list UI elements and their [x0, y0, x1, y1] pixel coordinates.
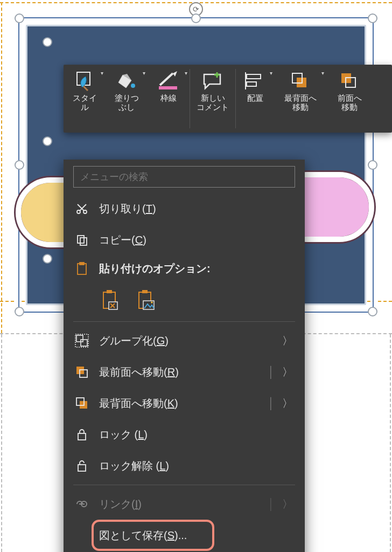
fill-icon	[114, 69, 139, 93]
copy-icon	[73, 233, 90, 246]
split-submenu: │〉	[268, 497, 293, 512]
resize-handle-sw[interactable]	[15, 307, 24, 316]
send-to-back-button[interactable]: ▾ 最背面へ 移動	[275, 65, 326, 133]
split-submenu: │〉	[268, 365, 293, 380]
bring-front-icon	[337, 69, 362, 93]
align-label: 配置	[247, 94, 263, 103]
chevron-down-icon: ▾	[185, 70, 187, 76]
resize-handle-e[interactable]	[368, 160, 377, 170]
svg-point-21	[151, 301, 153, 303]
inner-handle-tl[interactable]	[43, 37, 52, 47]
svg-rect-16	[107, 290, 112, 293]
fill-label: 塗りつ ぶし	[115, 94, 139, 112]
lock-icon	[73, 428, 90, 441]
svg-rect-2	[159, 86, 177, 89]
mini-toolbar: ▾ スタイ ル ▾ 塗りつ ぶし ▾	[64, 65, 392, 133]
save-as-picture-label: 図として保存(S)...	[99, 528, 293, 543]
style-button[interactable]: ▾ スタイ ル	[64, 65, 106, 133]
comment-label: 新しい コメント	[197, 94, 229, 112]
svg-rect-24	[75, 334, 88, 347]
style-label: スタイ ル	[73, 94, 97, 112]
chevron-down-icon: ▾	[101, 70, 103, 76]
send-back-icon	[288, 69, 313, 93]
outline-button[interactable]: ▾ 枠線	[148, 65, 190, 133]
svg-rect-19	[142, 290, 148, 293]
align-button[interactable]: ▾ 配置	[236, 65, 275, 133]
unlock-icon	[73, 459, 90, 472]
context-menu: 切り取り(T) コピー(C) 貼り付けのオプション:	[64, 160, 305, 552]
menu-item-link: リンク(I) │〉	[64, 488, 305, 520]
style-icon	[72, 69, 97, 93]
page-left-guide	[1, 334, 2, 552]
resize-handle-se[interactable]	[368, 307, 377, 316]
resize-handle-n[interactable]	[191, 13, 201, 23]
clipboard-icon	[73, 261, 90, 275]
submenu-arrow: 〉	[282, 334, 293, 348]
svg-rect-27	[80, 401, 87, 409]
bring-front-label: 最前面へ移動(R)	[99, 365, 268, 380]
send-back-label: 最背面へ移動(K)	[99, 396, 268, 411]
cut-label: 切り取り(T)	[99, 202, 293, 216]
outline-icon	[156, 69, 181, 93]
svg-rect-13	[78, 264, 86, 274]
bring-forward-button[interactable]: 前面へ 移動	[326, 65, 373, 133]
menu-item-group[interactable]: グループ化(G) 〉	[64, 325, 305, 356]
svg-rect-23	[81, 340, 87, 346]
menu-item-save-as-picture[interactable]: 図として保存(S)...	[64, 520, 305, 551]
chevron-down-icon: ▾	[270, 70, 272, 76]
comment-icon	[200, 69, 226, 93]
paste-as-picture-button[interactable]	[135, 287, 157, 313]
fill-button[interactable]: ▾ 塗りつ ぶし	[106, 65, 148, 133]
chevron-down-icon: ▾	[321, 70, 324, 76]
link-icon	[73, 499, 90, 509]
send-back-icon	[73, 396, 90, 410]
new-comment-button[interactable]: 新しい コメント	[190, 65, 235, 133]
scissors-icon	[73, 202, 90, 215]
paste-options-row	[64, 281, 305, 318]
menu-search	[73, 166, 295, 188]
page-right-guide	[390, 334, 391, 552]
resize-handle-nw[interactable]	[15, 13, 24, 23]
menu-item-unlock[interactable]: ロック解除 (L)	[64, 450, 305, 481]
menu-separator	[73, 485, 295, 485]
menu-item-paste-options: 貼り付けのオプション:	[64, 256, 305, 281]
inner-handle-bl[interactable]	[43, 254, 52, 264]
group-icon	[73, 334, 90, 348]
copy-label: コピー(C)	[99, 233, 293, 247]
paste-options-label: 貼り付けのオプション:	[99, 261, 293, 276]
menu-item-copy[interactable]: コピー(C)	[64, 224, 305, 256]
svg-rect-22	[76, 335, 83, 342]
unlock-label: ロック解除 (L)	[99, 459, 293, 473]
split-submenu: │〉	[268, 396, 293, 411]
page-margin-left-guide	[1, 2, 2, 333]
inner-handle-ml[interactable]	[43, 136, 52, 146]
bring-front-label: 前面へ 移動	[338, 94, 362, 112]
svg-rect-25	[76, 367, 84, 374]
svg-rect-30	[78, 465, 86, 471]
svg-rect-14	[80, 263, 84, 265]
svg-point-1	[131, 84, 135, 88]
svg-rect-29	[78, 433, 86, 440]
send-back-label: 最背面へ 移動	[284, 94, 317, 112]
menu-item-cut[interactable]: 切り取り(T)	[64, 193, 305, 224]
menu-item-lock[interactable]: ロック (L)	[64, 419, 305, 450]
menu-item-send-back[interactable]: 最背面へ移動(K) │〉	[64, 388, 305, 419]
menu-item-bring-front[interactable]: 最前面へ移動(R) │〉	[64, 356, 305, 388]
link-label: リンク(I)	[99, 497, 268, 512]
svg-rect-11	[78, 236, 84, 243]
outline-label: 枠線	[160, 94, 177, 103]
svg-rect-4	[247, 82, 256, 86]
lock-label: ロック (L)	[99, 427, 293, 442]
resize-handle-w[interactable]	[15, 160, 24, 170]
svg-rect-3	[247, 74, 261, 79]
menu-separator	[73, 321, 295, 322]
group-label: グループ化(G)	[99, 334, 282, 348]
svg-rect-12	[80, 238, 87, 245]
chevron-down-icon: ▾	[143, 70, 145, 76]
bring-front-icon	[73, 365, 90, 379]
align-icon	[242, 69, 268, 93]
resize-handle-ne[interactable]	[368, 13, 377, 23]
paste-keep-source-button[interactable]	[99, 287, 122, 313]
menu-search-input[interactable]	[73, 166, 295, 188]
